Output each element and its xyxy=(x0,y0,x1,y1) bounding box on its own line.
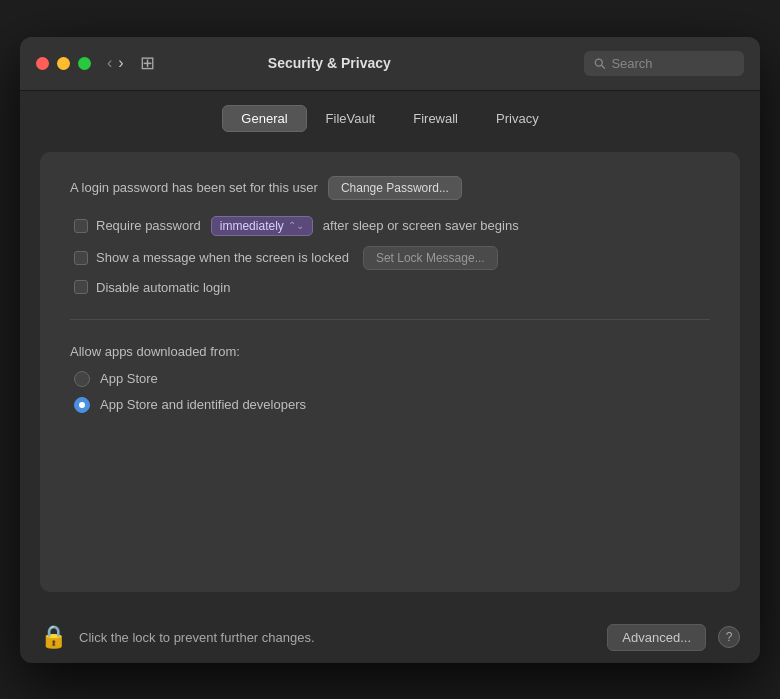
footer: 🔒 Click the lock to prevent further chan… xyxy=(20,612,760,663)
tabbar: General FileVault Firewall Privacy xyxy=(20,91,760,142)
tab-firewall[interactable]: Firewall xyxy=(394,105,477,132)
immediately-dropdown[interactable]: immediately ⌃⌄ xyxy=(211,216,313,236)
help-button[interactable]: ? xyxy=(718,626,740,648)
show-message-label: Show a message when the screen is locked xyxy=(96,250,349,265)
require-password-row: Require password immediately ⌃⌄ after sl… xyxy=(74,216,710,236)
app-store-identified-radio[interactable] xyxy=(74,397,90,413)
search-bar[interactable] xyxy=(584,51,744,76)
tab-general[interactable]: General xyxy=(222,105,306,132)
dropdown-chevron-icon: ⌃⌄ xyxy=(288,220,304,231)
show-message-checkbox[interactable] xyxy=(74,251,88,265)
disable-autologin-checkbox[interactable] xyxy=(74,280,88,294)
disable-autologin-label: Disable automatic login xyxy=(96,280,230,295)
advanced-button[interactable]: Advanced... xyxy=(607,624,706,651)
password-row: A login password has been set for this u… xyxy=(70,176,710,200)
content-panel: A login password has been set for this u… xyxy=(40,152,740,592)
divider xyxy=(70,319,710,320)
change-password-button[interactable]: Change Password... xyxy=(328,176,462,200)
immediately-value: immediately xyxy=(220,219,284,233)
app-store-identified-radio-row: App Store and identified developers xyxy=(74,397,710,413)
allow-apps-label: Allow apps downloaded from: xyxy=(70,344,710,359)
minimize-button[interactable] xyxy=(57,57,70,70)
tab-filevault[interactable]: FileVault xyxy=(307,105,395,132)
svg-line-1 xyxy=(602,65,605,68)
after-sleep-label: after sleep or screen saver begins xyxy=(323,218,519,233)
app-store-label: App Store xyxy=(100,371,158,386)
main-window: ‹ › ⊞ Security & Privacy General FileVau… xyxy=(20,37,760,663)
app-store-radio-row: App Store xyxy=(74,371,710,387)
show-message-row: Show a message when the screen is locked… xyxy=(74,246,710,270)
app-store-radio[interactable] xyxy=(74,371,90,387)
window-title: Security & Privacy xyxy=(87,55,572,71)
disable-autologin-row: Disable automatic login xyxy=(74,280,710,295)
require-password-checkbox[interactable] xyxy=(74,219,88,233)
close-button[interactable] xyxy=(36,57,49,70)
require-password-label: Require password xyxy=(96,218,201,233)
lock-icon[interactable]: 🔒 xyxy=(40,624,67,650)
footer-text: Click the lock to prevent further change… xyxy=(79,630,595,645)
search-icon xyxy=(594,57,605,70)
app-store-identified-label: App Store and identified developers xyxy=(100,397,306,412)
titlebar: ‹ › ⊞ Security & Privacy xyxy=(20,37,760,91)
set-lock-message-button[interactable]: Set Lock Message... xyxy=(363,246,498,270)
tab-privacy[interactable]: Privacy xyxy=(477,105,558,132)
main-content: A login password has been set for this u… xyxy=(20,142,760,612)
search-input[interactable] xyxy=(611,56,734,71)
traffic-lights xyxy=(36,57,91,70)
password-label: A login password has been set for this u… xyxy=(70,180,318,195)
